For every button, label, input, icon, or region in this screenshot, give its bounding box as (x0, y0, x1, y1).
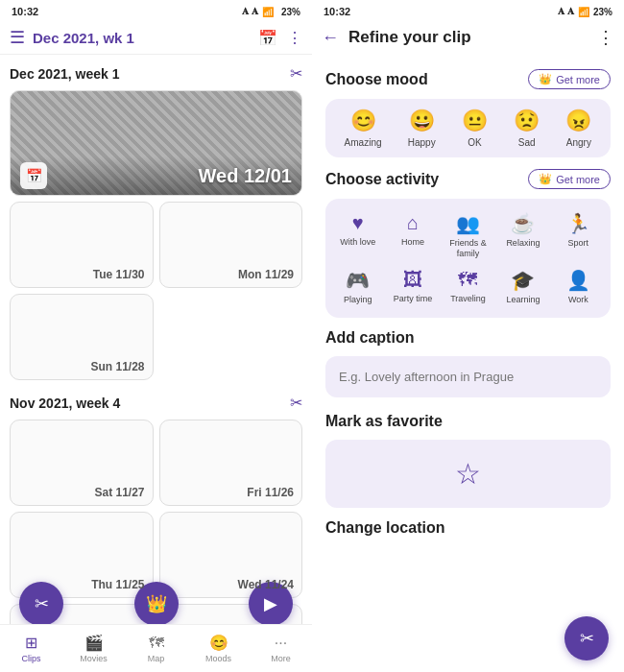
happy-face-icon: 😀 (409, 108, 435, 133)
featured-overlay: 📅 Wed 12/01 (11, 156, 301, 195)
activity-sport[interactable]: 🏃 Sport (552, 208, 605, 263)
nav-moods[interactable]: 😊 Moods (187, 634, 250, 663)
star-icon[interactable]: ☆ (455, 457, 481, 491)
clip-nov29[interactable]: Mon 11/29 (159, 202, 303, 288)
clip-nov26-date: Fri 11/26 (247, 486, 294, 499)
featured-date: Wed 12/01 (199, 165, 292, 187)
caption-section-header: Add caption (325, 329, 611, 347)
clip-nov28[interactable]: Sun 11/28 (10, 294, 154, 380)
mood-amazing[interactable]: 😊 Amazing (345, 108, 382, 148)
sad-face-icon: 😟 (514, 108, 540, 133)
left-time: 10:32 (12, 6, 38, 17)
movies-nav-label: Movies (80, 654, 108, 663)
map-nav-label: Map (148, 654, 165, 663)
clip-nov24-date: Wed 11/24 (238, 578, 294, 591)
left-battery: 23% (281, 7, 300, 17)
clips-nav-label: Clips (21, 654, 40, 663)
caption-input[interactable] (325, 356, 611, 397)
mood-angry[interactable]: 😠 Angry (565, 108, 591, 148)
activity-work[interactable]: 👤 Work (552, 265, 605, 309)
playing-icon: 🎮 (346, 269, 370, 292)
activity-crown-icon: 👑 (539, 173, 552, 185)
week1-title: Dec 2021, week 1 (10, 66, 119, 82)
activity-learning[interactable]: 🎓 Learning (496, 265, 549, 309)
relaxing-label: Relaxing (506, 238, 540, 249)
caption-title: Add caption (325, 329, 414, 347)
left-panel: 10:32 𝐀 𝐀 📶 23% ☰ Dec 2021, wk 1 📅 ⋮ Dec… (0, 0, 312, 672)
change-location-title: Change location (325, 519, 444, 536)
activity-partytime[interactable]: 🖼 Party time (386, 265, 439, 309)
clip-nov27-date: Sat 11/27 (94, 486, 144, 499)
more-icon[interactable]: ⋮ (287, 29, 302, 47)
mood-sad[interactable]: 😟 Sad (514, 108, 540, 148)
activity-get-more-button[interactable]: 👑 Get more (528, 169, 611, 189)
nav-movies[interactable]: 🎬 Movies (62, 634, 125, 663)
left-status-icons: 𝐀 𝐀 📶 23% (242, 6, 300, 17)
traveling-icon: 🗺 (458, 269, 477, 291)
movies-nav-icon: 🎬 (84, 634, 104, 652)
activity-home[interactable]: ⌂ Home (386, 208, 439, 263)
left-status-bar: 10:32 𝐀 𝐀 📶 23% (0, 0, 312, 21)
friends-label: Friends & family (444, 238, 492, 259)
clip-nov27[interactable]: Sat 11/27 (10, 420, 154, 506)
calendar-icon[interactable]: 📅 (258, 29, 277, 47)
week4-title: Nov 2021, week 4 (10, 396, 120, 411)
featured-clip[interactable]: 📅 Wed 12/01 (10, 90, 302, 196)
r-wifi-icon: 𝐀 𝐀 (558, 6, 574, 17)
amazing-label: Amazing (345, 137, 382, 148)
clip-nov25-date: Thu 11/25 (91, 578, 144, 591)
week1-grid: 📅 Wed 12/01 Tue 11/30 Mon 11/29 Sun 11/2… (10, 90, 302, 380)
right-screen-title: Refine your clip (348, 28, 588, 47)
right-scissors-fab[interactable]: ✂ (564, 616, 609, 660)
nav-map[interactable]: 🗺 Map (125, 635, 187, 663)
mood-happy[interactable]: 😀 Happy (408, 108, 436, 148)
right-status-bar: 10:32 𝐀 𝐀 📶 23% (312, 0, 624, 21)
wifi-icon: 𝐀 𝐀 (242, 6, 258, 17)
r-battery: 23% (593, 7, 612, 17)
mood-ok[interactable]: 😐 OK (462, 108, 488, 148)
more-nav-label: More (271, 654, 291, 663)
crown-small-icon: 👑 (539, 73, 552, 85)
relaxing-icon: ☕ (511, 212, 535, 235)
clip-nov30[interactable]: Tue 11/30 (10, 202, 154, 288)
home-icon: ⌂ (407, 212, 419, 234)
left-top-bar: ☰ Dec 2021, wk 1 📅 ⋮ (0, 21, 312, 55)
moods-nav-label: Moods (205, 654, 231, 663)
activity-withlove[interactable]: ♥ With love (331, 208, 384, 263)
partytime-label: Party time (394, 294, 433, 304)
bottom-nav: ⊞ Clips 🎬 Movies 🗺 Map 😊 Moods ··· More (0, 624, 312, 672)
activity-friends[interactable]: 👥 Friends & family (442, 208, 494, 263)
withlove-label: With love (340, 237, 375, 248)
withlove-icon: ♥ (352, 212, 364, 234)
activity-playing[interactable]: 🎮 Playing (331, 265, 384, 309)
angry-face-icon: 😠 (565, 108, 591, 133)
top-bar-action-icons: 📅 ⋮ (258, 29, 302, 47)
back-arrow-icon[interactable]: ← (322, 28, 339, 48)
right-more-icon[interactable]: ⋮ (597, 27, 614, 48)
nav-clips[interactable]: ⊞ Clips (0, 634, 62, 663)
mood-get-more-button[interactable]: 👑 Get more (528, 69, 611, 89)
friends-icon: 👥 (456, 212, 480, 235)
hamburger-menu-icon[interactable]: ☰ (10, 27, 25, 48)
sport-label: Sport (568, 238, 589, 249)
activity-relaxing[interactable]: ☕ Relaxing (496, 208, 549, 263)
clip-nov26[interactable]: Fri 11/26 (159, 420, 303, 506)
favorite-section[interactable]: ☆ (325, 440, 611, 508)
nav-more[interactable]: ··· More (250, 635, 312, 663)
week4-scissors-icon[interactable]: ✂ (290, 394, 302, 412)
angry-label: Angry (566, 137, 591, 148)
clip-nov28-date: Sun 11/28 (90, 360, 144, 373)
week4-header: Nov 2021, week 4 ✂ (10, 394, 302, 412)
right-scroll-area: Choose mood 👑 Get more 😊 Amazing 😀 Happy… (312, 58, 624, 672)
map-nav-icon: 🗺 (149, 635, 164, 652)
work-label: Work (568, 295, 588, 305)
partytime-icon: 🖼 (403, 269, 422, 291)
right-time: 10:32 (324, 6, 350, 17)
scissors-fab[interactable]: ✂ (19, 582, 63, 626)
learning-icon: 🎓 (511, 269, 535, 292)
mood-row: 😊 Amazing 😀 Happy 😐 OK 😟 Sad 😠 An (325, 99, 611, 157)
week1-scissors-icon[interactable]: ✂ (290, 64, 302, 83)
playing-label: Playing (344, 295, 372, 305)
activity-traveling[interactable]: 🗺 Traveling (442, 265, 494, 309)
location-section: Change location (325, 519, 611, 537)
